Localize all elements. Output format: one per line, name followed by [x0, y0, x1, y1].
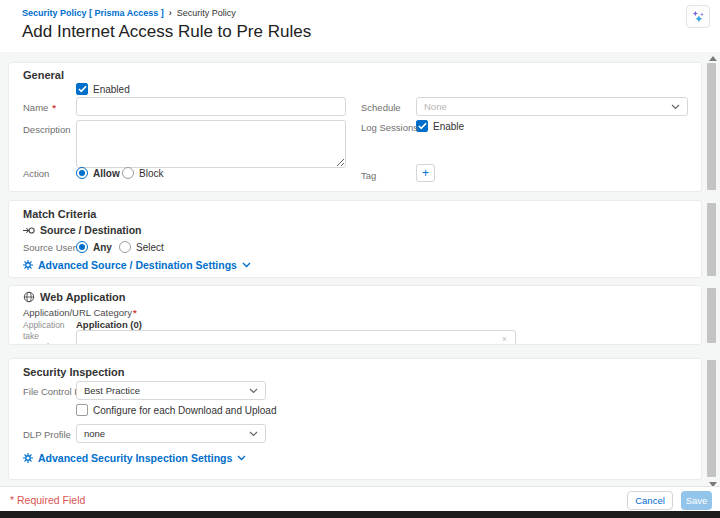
- application-count-label: Application (0): [76, 319, 142, 330]
- general-heading: General: [23, 69, 64, 81]
- ai-assistant-button[interactable]: [686, 5, 710, 28]
- file-control-select[interactable]: Best Practice: [76, 381, 266, 400]
- tag-add-button[interactable]: +: [416, 164, 435, 182]
- bottom-dark-strip: [0, 511, 720, 518]
- scrollbar-thumb[interactable]: [707, 203, 716, 276]
- scrollbar-thumb[interactable]: [707, 360, 716, 477]
- advanced-security-inspection-link[interactable]: Advanced Security Inspection Settings: [23, 452, 246, 464]
- sparkles-icon: [691, 10, 705, 24]
- cancel-button[interactable]: Cancel: [627, 491, 673, 510]
- dlp-profile-select[interactable]: none: [76, 424, 266, 443]
- gear-icon: [23, 260, 33, 270]
- source-destination-subheading: Source / Destination: [23, 224, 142, 236]
- security-inspection-heading: Security Inspection: [23, 366, 124, 378]
- chevron-down-icon: [671, 104, 680, 110]
- scrollbar-up-arrow[interactable]: [709, 56, 717, 61]
- log-enable-label[interactable]: Enable: [433, 121, 464, 132]
- breadcrumb-separator: ›: [169, 8, 172, 18]
- action-label: Action: [23, 168, 49, 179]
- check-icon: [78, 85, 87, 93]
- name-label: Name*: [23, 102, 56, 113]
- scrollbar-thumb[interactable]: [707, 63, 716, 190]
- breadcrumb-current: Security Policy: [177, 8, 236, 18]
- name-input[interactable]: [76, 97, 346, 116]
- chevron-down-icon: [242, 262, 251, 268]
- dlp-profile-label: DLP Profile: [23, 429, 71, 440]
- source-users-select-radio[interactable]: [119, 241, 131, 253]
- add-internet-access-rule-page: Security Policy [ Prisma Access ]›Securi…: [0, 0, 720, 518]
- description-label: Description: [23, 124, 71, 135]
- application-input[interactable]: ×: [76, 330, 516, 345]
- name-required-marker: *: [52, 102, 56, 113]
- source-users-any-radio[interactable]: [76, 241, 88, 253]
- application-url-category-label: Application/URL Category*: [23, 307, 137, 318]
- action-allow-radio[interactable]: [76, 167, 88, 179]
- action-block-radio[interactable]: [122, 167, 134, 179]
- footer-required-marker: *: [10, 494, 14, 506]
- breadcrumb: Security Policy [ Prisma Access ]›Securi…: [22, 8, 236, 18]
- footer-bar: * Required Field Cancel Save: [0, 486, 720, 511]
- clear-icon[interactable]: ×: [502, 334, 507, 344]
- log-sessions-label: Log Sessions: [361, 122, 418, 133]
- required-field-note: * Required Field: [10, 494, 85, 506]
- security-inspection-section: Security Inspection File Control Pr... B…: [8, 358, 702, 480]
- schedule-select[interactable]: None: [416, 97, 688, 116]
- chevron-down-icon: [249, 388, 258, 394]
- chevron-down-icon: [237, 455, 246, 461]
- precedence-note: Application take precedence over URL: [23, 320, 79, 345]
- source-destination-icon: [23, 225, 35, 236]
- match-criteria-heading: Match Criteria: [23, 208, 96, 220]
- dlp-profile-selected-value: none: [84, 428, 105, 439]
- enabled-checkbox[interactable]: [76, 83, 88, 95]
- save-button[interactable]: Save: [681, 491, 712, 510]
- enabled-label[interactable]: Enabled: [93, 84, 130, 95]
- chevron-down-icon: [249, 431, 258, 437]
- gear-icon: [23, 453, 33, 463]
- web-application-heading: Web Application: [23, 291, 126, 303]
- general-section: General Enabled Name* Schedule None Desc…: [8, 62, 702, 192]
- plus-icon: +: [422, 166, 429, 180]
- configure-download-upload-label[interactable]: Configure for each Download and Upload: [93, 405, 276, 416]
- advanced-source-destination-link[interactable]: Advanced Source / Destination Settings: [23, 259, 251, 271]
- action-block-label[interactable]: Block: [139, 168, 163, 179]
- page-title: Add Internet Access Rule to Pre Rules: [22, 22, 311, 42]
- schedule-label: Schedule: [361, 102, 401, 113]
- file-control-selected-value: Best Practice: [84, 385, 140, 396]
- category-required-marker: *: [133, 307, 137, 318]
- scrollbar-thumb[interactable]: [707, 288, 716, 343]
- check-icon: [418, 122, 427, 130]
- description-textarea[interactable]: [76, 120, 346, 168]
- globe-icon: [23, 291, 35, 303]
- configure-download-upload-checkbox[interactable]: [76, 404, 88, 416]
- source-users-any-label[interactable]: Any: [93, 242, 112, 253]
- match-criteria-section: Match Criteria Source / Destination Sour…: [8, 200, 702, 278]
- web-application-section: Web Application Application/URL Category…: [8, 285, 702, 345]
- tag-label: Tag: [361, 170, 376, 181]
- source-users-select-label[interactable]: Select: [136, 242, 164, 253]
- breadcrumb-security-policy-link[interactable]: Security Policy [ Prisma Access ]: [22, 8, 164, 18]
- action-allow-label[interactable]: Allow: [93, 168, 120, 179]
- schedule-selected-value: None: [424, 101, 447, 112]
- source-users-label: Source Users: [23, 242, 81, 253]
